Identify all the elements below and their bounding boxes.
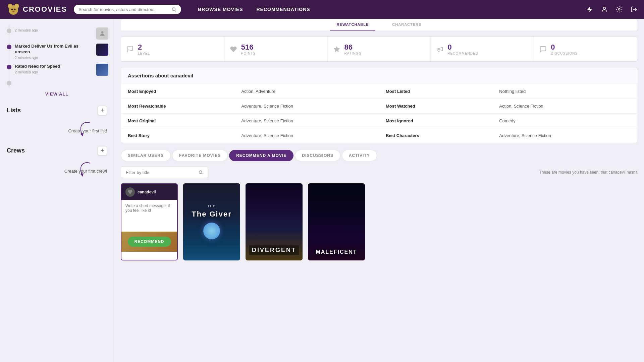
timeline-dot xyxy=(7,81,11,85)
recommend-username: canadevil xyxy=(138,190,156,194)
discussions-label: DISCUSSIONS xyxy=(551,52,578,55)
tab-favorite-movies[interactable]: FAVORITE MOVIES xyxy=(172,150,228,161)
svg-point-3 xyxy=(8,4,12,8)
table-row: Most Original Adventure, Science Fiction… xyxy=(121,114,637,128)
avatar xyxy=(125,187,135,197)
user-icon[interactable] xyxy=(601,6,608,13)
svg-line-10 xyxy=(175,10,176,11)
filter-search-icon xyxy=(198,170,203,175)
movie-card-maleficent[interactable]: MALEFICENT xyxy=(308,183,365,260)
tab-similar-users[interactable]: SIMILAR USERS xyxy=(121,150,171,161)
sidebar: 2 minutes ago Marked Deliver Us from Evi… xyxy=(0,19,114,362)
assertion-label: Most Enjoyed xyxy=(121,84,234,99)
svg-point-9 xyxy=(172,8,175,11)
assertion-value: Adventure, Science Fiction xyxy=(234,128,379,143)
activity-text: Marked Deliver Us from Evil as unseen xyxy=(15,44,93,55)
recommend-message-input[interactable] xyxy=(121,200,177,230)
tab-activity[interactable]: ACTIVITY xyxy=(342,150,377,161)
assertion-label: Most Watched xyxy=(379,99,492,114)
list-item: Rated Need for Speed 2 minutes ago xyxy=(7,62,114,78)
recommend-card: canadevil RECOMMEND xyxy=(121,183,178,260)
svg-point-13 xyxy=(101,31,104,34)
assertion-value: Action, Adventure xyxy=(234,84,379,99)
filter-row: These are movies you have seen, that can… xyxy=(121,167,637,178)
svg-marker-15 xyxy=(80,173,84,177)
assertion-value: Action, Science Fiction xyxy=(492,99,637,114)
search-bar[interactable] xyxy=(74,5,181,14)
list-item: Marked Deliver Us from Evil as unseen 2 … xyxy=(7,42,114,62)
tab-characters[interactable]: CHARACTERS xyxy=(385,19,428,31)
activity-thumbnail xyxy=(96,27,108,40)
main-content: REWATCHABLE CHARACTERS 2 LEVEL xyxy=(114,19,644,362)
timeline-dot xyxy=(7,65,11,69)
assertion-label: Best Story xyxy=(121,128,234,143)
arrow-up-icon xyxy=(73,160,94,180)
lightning-icon[interactable] xyxy=(586,6,593,13)
lists-section-header: Lists + xyxy=(0,101,114,118)
assertions-table: Most Enjoyed Action, Adventure Most List… xyxy=(121,84,637,143)
svg-point-12 xyxy=(619,9,620,10)
heart-icon xyxy=(230,46,237,53)
gear-icon[interactable] xyxy=(616,6,623,13)
movie-title: MALEFICENT xyxy=(316,249,357,255)
table-row: Most Rewatchable Adventure, Science Fict… xyxy=(121,99,637,114)
search-icon xyxy=(171,7,176,12)
svg-line-19 xyxy=(201,173,202,174)
movie-card-divergent[interactable]: DIVERGENT xyxy=(246,183,303,260)
create-list-section: Create your first list! xyxy=(0,118,114,141)
recommended-number: 0 xyxy=(447,43,451,52)
list-item xyxy=(7,78,114,87)
assertion-label: Best Characters xyxy=(379,128,492,143)
assertion-label: Most Listed xyxy=(379,84,492,99)
movie-card-giver[interactable]: THE The Giver xyxy=(183,183,240,260)
points-label: POINTS xyxy=(241,52,256,55)
activity-time: 2 minutes ago xyxy=(15,56,93,60)
add-crew-button[interactable]: + xyxy=(98,146,107,156)
top-tabs-bar: REWATCHABLE CHARACTERS xyxy=(121,19,637,31)
activity-thumbnail xyxy=(96,64,108,76)
filter-input[interactable] xyxy=(126,170,196,175)
crews-section-header: Crews + xyxy=(0,141,114,158)
list-item: 2 minutes ago xyxy=(7,25,114,42)
star-icon xyxy=(333,46,340,53)
activity-time: 2 minutes ago xyxy=(15,70,93,74)
svg-point-5 xyxy=(11,9,13,10)
movie-title: The Giver xyxy=(192,210,231,219)
stat-recommended: 0 RECOMMENDED xyxy=(431,37,534,61)
chat-icon xyxy=(539,46,547,53)
discussions-number: 0 xyxy=(551,43,555,52)
nav-recommendations[interactable]: RECOMMENDATIONS xyxy=(257,7,310,12)
table-row: Most Enjoyed Action, Adventure Most List… xyxy=(121,84,637,99)
content-tabs: SIMILAR USERS FAVORITE MOVIES RECOMMEND … xyxy=(121,150,637,161)
tab-rewatchable[interactable]: REWATCHABLE xyxy=(330,19,376,31)
movie-grid: canadevil RECOMMEND THE The Giver xyxy=(121,183,637,260)
svg-marker-14 xyxy=(80,133,84,136)
logo-area: CROOVIES xyxy=(7,3,67,16)
assertions-title: Assertions about canadevil xyxy=(121,67,637,84)
nav-browse-movies[interactable]: BROWSE MOVIES xyxy=(198,7,243,12)
header-right-icons xyxy=(586,6,637,13)
svg-point-6 xyxy=(14,9,16,10)
top-tabs-card: REWATCHABLE CHARACTERS xyxy=(121,19,637,31)
stat-ratings: 86 RATINGS xyxy=(328,37,431,61)
filter-hint-text: These are movies you have seen, that can… xyxy=(539,170,637,175)
stat-discussions: 0 DISCUSSIONS xyxy=(534,37,637,61)
logo-bear-icon xyxy=(7,3,20,16)
crews-title: Crews xyxy=(7,147,25,154)
tab-discussions[interactable]: DISCUSSIONS xyxy=(295,150,340,161)
timeline-dot xyxy=(7,45,11,49)
table-row: Best Story Adventure, Science Fiction Be… xyxy=(121,128,637,143)
points-number: 516 xyxy=(241,43,254,52)
view-all-button[interactable]: VIEW ALL xyxy=(0,87,114,101)
activity-timeline: 2 minutes ago Marked Deliver Us from Evi… xyxy=(0,25,114,87)
assertion-value: Adventure, Science Fiction xyxy=(234,99,379,114)
logout-icon[interactable] xyxy=(631,6,637,13)
search-input[interactable] xyxy=(78,7,169,12)
recommend-button[interactable]: RECOMMEND xyxy=(128,237,171,247)
tab-recommend-movie[interactable]: RECOMMEND A MOVIE xyxy=(229,150,293,161)
add-list-button[interactable]: + xyxy=(98,106,107,115)
activity-thumbnail xyxy=(96,44,108,56)
activity-text: Rated Need for Speed xyxy=(15,64,93,69)
app-header: CROOVIES BROWSE MOVIES RECOMMENDATIONS xyxy=(0,0,644,19)
main-nav: BROWSE MOVIES RECOMMENDATIONS xyxy=(198,7,310,12)
